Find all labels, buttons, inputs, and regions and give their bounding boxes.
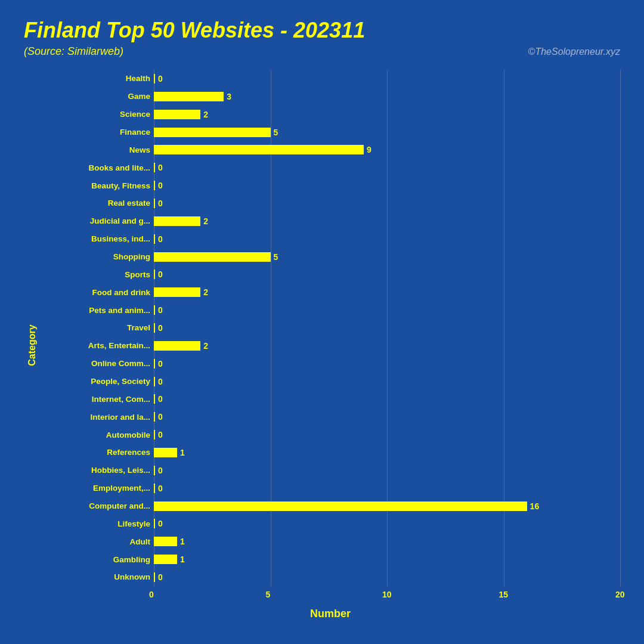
bar-row: 0: [154, 304, 620, 317]
bars-container: 032590002050200200000100160110: [154, 70, 620, 586]
category-label: Sports: [41, 268, 150, 281]
bar-value-label: 5: [274, 252, 278, 262]
bar-zero: [154, 74, 155, 83]
main-container: Finland Top 50 Websites - 202311 (Source…: [0, 0, 644, 644]
bar-row: 0: [154, 392, 620, 405]
bar-zero: [154, 430, 155, 439]
bar: [154, 110, 200, 119]
bar-value-label: 0: [158, 377, 163, 386]
bar-row: 0: [154, 233, 620, 246]
category-label: Hobbies, Leis...: [41, 464, 150, 477]
y-axis-label: Category: [27, 324, 38, 366]
bar-zero: [154, 181, 155, 190]
bar-value-label: 0: [158, 270, 163, 279]
bar-row: 0: [154, 428, 620, 441]
bar-value-label: 0: [158, 181, 163, 190]
bar: [154, 252, 271, 262]
category-label: Online Comm...: [41, 357, 150, 370]
bar-value-label: 2: [203, 287, 208, 297]
bar-row: 0: [154, 197, 620, 210]
bar-value-label: 9: [367, 145, 371, 154]
category-label: Travel: [41, 321, 150, 335]
bar-row: 9: [154, 143, 620, 156]
bar-zero: [154, 163, 155, 172]
bar-zero: [154, 359, 155, 369]
subtitle-row: (Source: Similarweb) ©TheSolopreneur.xyz: [24, 45, 620, 58]
bar-value-label: 2: [203, 341, 208, 351]
bar-row: 0: [154, 161, 620, 174]
bar-value-label: 0: [158, 466, 163, 475]
bar-row: 0: [154, 571, 620, 584]
bar-row: 0: [154, 517, 620, 530]
category-label: Food and drink: [41, 286, 150, 299]
bar-row: 0: [154, 72, 620, 85]
category-label: Adult: [41, 535, 150, 548]
bar-value-label: 0: [158, 163, 163, 172]
category-label: Interior and la...: [41, 410, 150, 423]
bar-row: 1: [154, 553, 620, 566]
category-label: Finance: [41, 126, 150, 139]
x-axis-title: Number: [41, 608, 620, 620]
bar: [154, 145, 364, 154]
bar-value-label: 16: [530, 501, 540, 511]
bar-row: 5: [154, 126, 620, 139]
bar-zero: [154, 412, 155, 422]
category-label: Beauty, Fitness: [41, 179, 150, 192]
category-label: Health: [41, 72, 150, 85]
bar-row: 2: [154, 286, 620, 299]
bar: [154, 128, 271, 137]
bar-zero: [154, 234, 155, 244]
grid-line: [620, 70, 621, 586]
chart-title: Finland Top 50 Websites - 202311: [24, 18, 620, 43]
bar-row: 2: [154, 215, 620, 228]
bar-value-label: 0: [158, 484, 163, 493]
bar-row: 5: [154, 250, 620, 264]
bar-zero: [154, 305, 155, 315]
x-axis-tick-label: 20: [615, 590, 625, 599]
bar-zero: [154, 484, 155, 493]
category-labels: HealthGameScienceFinanceNewsBooks and li…: [41, 70, 154, 586]
bar-row: 0: [154, 179, 620, 192]
category-label: News: [41, 143, 150, 156]
bar-value-label: 0: [158, 519, 163, 528]
x-axis-tick-label: 15: [499, 590, 509, 599]
bar-row: 1: [154, 535, 620, 548]
chart-subtitle: (Source: Similarweb): [24, 45, 123, 58]
bar-row: 16: [154, 500, 620, 513]
bar-row: 0: [154, 357, 620, 370]
bar: [154, 287, 200, 297]
category-label: Pets and anim...: [41, 304, 150, 317]
category-label: Computer and...: [41, 500, 150, 513]
bar-row: 2: [154, 339, 620, 352]
bar-value-label: 1: [180, 555, 185, 564]
bar-value-label: 2: [203, 110, 208, 119]
bar: [154, 537, 177, 546]
category-label: Unknown: [41, 571, 150, 584]
bar-row: 0: [154, 375, 620, 388]
chart-inner: HealthGameScienceFinanceNewsBooks and li…: [41, 70, 620, 620]
bar-zero: [154, 377, 155, 386]
bar-row: 3: [154, 90, 620, 103]
category-label: Shopping: [41, 250, 150, 264]
bar-zero: [154, 466, 155, 475]
x-axis-tick-label: 10: [382, 590, 392, 599]
category-label: Automobile: [41, 428, 150, 441]
category-label: Lifestyle: [41, 517, 150, 530]
bar-value-label: 0: [158, 430, 163, 439]
chart-area: Category HealthGameScienceFinanceNewsBoo…: [24, 70, 620, 620]
bar-value-label: 0: [158, 359, 163, 369]
bar-row: 1: [154, 446, 620, 459]
category-label: Employment,...: [41, 482, 150, 495]
bar-value-label: 2: [203, 216, 208, 226]
category-label: Gambling: [41, 553, 150, 566]
bar-zero: [154, 519, 155, 528]
bar: [154, 555, 177, 564]
category-label: Internet, Com...: [41, 392, 150, 405]
category-label: References: [41, 446, 150, 459]
bar-value-label: 0: [158, 394, 163, 404]
bar-value-label: 0: [158, 234, 163, 244]
bar-value-label: 0: [158, 199, 163, 208]
bar-value-label: 0: [158, 74, 163, 83]
x-axis-tick-label: 0: [149, 590, 154, 599]
category-label: Game: [41, 90, 150, 103]
